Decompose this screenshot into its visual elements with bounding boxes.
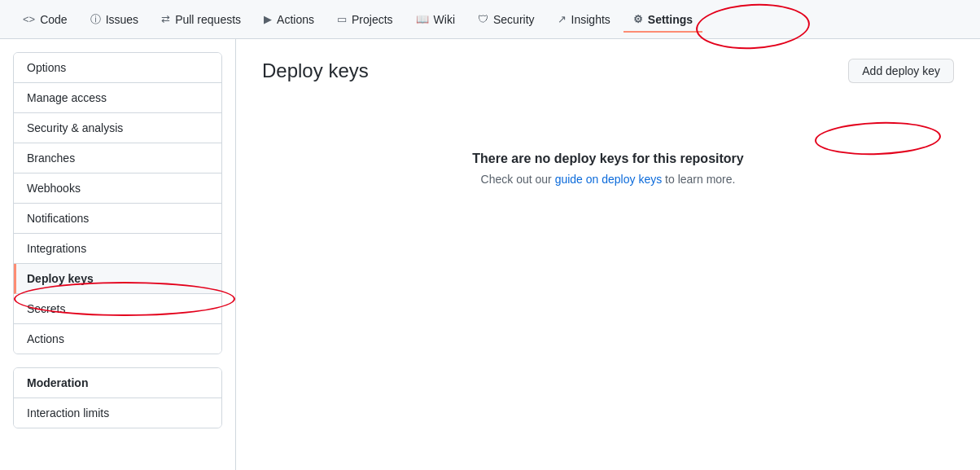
nav-code[interactable]: <> Code [13,7,77,33]
nav-settings[interactable]: ⚙ Settings [623,7,702,33]
settings-icon: ⚙ [633,13,643,25]
add-deploy-key-button[interactable]: Add deploy key [848,59,954,83]
sidebar-item-branches[interactable]: Branches [14,143,221,174]
sidebar-item-manage-access[interactable]: Manage access [14,83,221,113]
sidebar-item-webhooks[interactable]: Webhooks [14,174,221,204]
empty-state: There are no deploy keys for this reposi… [262,103,954,235]
sidebar-section-moderation-header: Moderation [14,368,221,398]
sidebar-item-deploy-keys[interactable]: Deploy keys [14,264,221,294]
wiki-icon: 📖 [416,13,429,25]
sidebar-section-moderation: Moderation Interaction limits [13,367,222,428]
nav-actions[interactable]: ▶ Actions [254,7,324,33]
code-icon: <> [23,13,35,25]
top-navigation: <> Code ⓘ Issues ⇄ Pull requests ▶ Actio… [0,0,980,39]
sidebar-item-interaction-limits[interactable]: Interaction limits [14,398,221,428]
sidebar-item-security-analysis[interactable]: Security & analysis [14,113,221,143]
nav-security[interactable]: 🛡 Security [468,7,545,33]
page-header: Deploy keys Add deploy key [262,59,954,83]
empty-state-title: There are no deploy keys for this reposi… [472,152,743,166]
sidebar-item-notifications[interactable]: Notifications [14,204,221,234]
page-title: Deploy keys [262,59,369,82]
sidebar-item-secrets[interactable]: Secrets [14,294,221,324]
guide-link[interactable]: guide on deploy keys [555,173,663,186]
security-icon: 🛡 [478,13,488,25]
sidebar-section-main: Options Manage access Security & analysi… [13,52,222,354]
sidebar-item-options[interactable]: Options [14,53,221,83]
nav-projects[interactable]: ▭ Projects [327,7,403,33]
sidebar-item-integrations[interactable]: Integrations [14,234,221,264]
main-content: Deploy keys Add deploy key There are no … [236,39,980,470]
sidebar: Options Manage access Security & analysi… [0,39,236,470]
pull-requests-icon: ⇄ [161,13,170,25]
insights-icon: ↗ [558,13,567,25]
nav-pull-requests[interactable]: ⇄ Pull requests [151,7,251,33]
nav-issues[interactable]: ⓘ Issues [81,6,148,33]
projects-icon: ▭ [337,13,347,25]
empty-state-description: Check out our guide on deploy keys to le… [481,173,736,186]
issues-icon: ⓘ [90,12,101,27]
nav-insights[interactable]: ↗ Insights [548,7,620,33]
sidebar-item-actions[interactable]: Actions [14,324,221,354]
nav-wiki[interactable]: 📖 Wiki [406,7,465,33]
actions-icon: ▶ [264,13,272,25]
